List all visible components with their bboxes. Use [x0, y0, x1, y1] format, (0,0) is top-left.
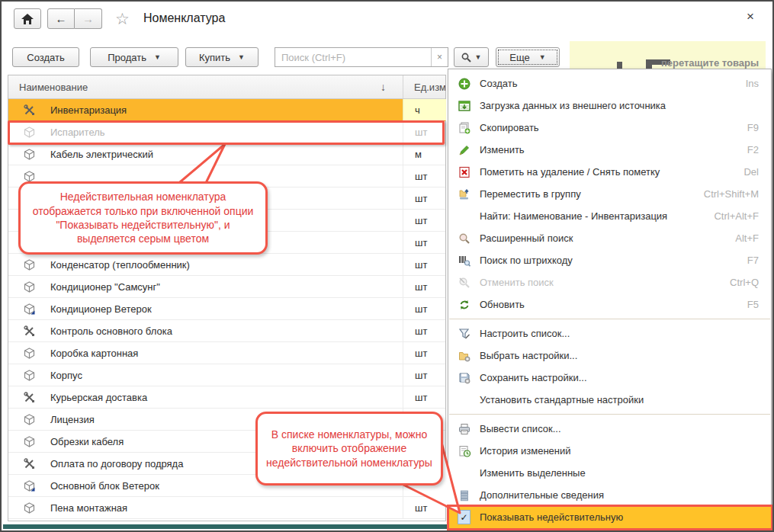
menu-item[interactable]: Установить стандартные настройки	[448, 389, 771, 411]
row-name: Лицензия	[50, 414, 95, 425]
callout-inactive-nomenclature: Недействительная номенклатура отображает…	[18, 181, 268, 255]
move-group-icon	[458, 187, 471, 200]
row-unit: шт	[403, 298, 446, 319]
menu-item[interactable]: История изменений	[448, 440, 771, 462]
menu-item-shortcut: Ctrl+Alt+F	[714, 210, 759, 222]
back-button[interactable]: ←	[47, 8, 75, 29]
row-unit-value: шт	[415, 237, 427, 248]
row-unit: шт	[403, 364, 446, 386]
menu-item[interactable]: Найти: Наименование - ИнвентаризацияCtrl…	[448, 205, 771, 227]
row-unit: шт	[403, 320, 446, 341]
sell-button[interactable]: Продать ▼	[90, 47, 178, 67]
delete-mark-icon	[458, 165, 471, 178]
search-input[interactable]	[275, 52, 431, 63]
row-unit-value: шт	[415, 171, 427, 182]
callout-text: Недействительная номенклатура отображает…	[28, 190, 258, 246]
forward-button[interactable]: →	[75, 8, 102, 29]
product-icon	[24, 370, 35, 381]
app-window: ← → ☆ Номенклатура × Создать Продать ▼ К…	[0, 0, 774, 532]
row-unit-value: м	[415, 149, 422, 160]
row-unit: ч	[403, 99, 446, 120]
service-icon	[24, 325, 35, 337]
menu-item-label: Загрузка данных из внешнего источника	[480, 100, 666, 111]
product-icon	[24, 281, 35, 293]
product-icon	[24, 502, 35, 514]
product-icon	[24, 171, 35, 182]
menu-item[interactable]: Дополнительные сведения	[448, 484, 771, 506]
row-unit: шт	[403, 386, 446, 408]
menu-item[interactable]: ОбновитьF5	[448, 293, 771, 316]
table-row[interactable]: Инвентаризацияч	[8, 99, 445, 121]
menu-item[interactable]: Настроить список...	[448, 322, 771, 345]
search-options-button[interactable]: ▼	[454, 47, 489, 67]
row-unit-value: шт	[415, 215, 427, 226]
table-row[interactable]: Кондиционер "Самсунг"шт	[8, 276, 445, 298]
table-row[interactable]: Конденсатор (теплообменник)шт	[8, 254, 445, 276]
table-row[interactable]: Корпусшт	[8, 364, 445, 386]
row-name: Пена монтажная	[50, 502, 127, 514]
drag-drop-zone[interactable]: перетащите товары	[570, 41, 766, 72]
menu-item[interactable]: СоздатьIns	[448, 72, 771, 95]
row-unit-value: шт	[415, 392, 427, 403]
table-row[interactable]: Пена монтажнаяшт	[8, 497, 445, 519]
menu-item[interactable]: Поиск по штрихкодуF7	[448, 249, 771, 271]
column-header-unit[interactable]: Ед.изм	[403, 75, 445, 98]
row-name: Кабель электрический	[50, 149, 153, 160]
checkbox-checked-icon: ✓	[458, 511, 471, 524]
row-unit-value: ч	[415, 104, 420, 116]
row-unit-value: шт	[415, 259, 427, 271]
menu-item[interactable]: Изменить выделенные	[448, 462, 771, 484]
row-name: Конденсатор (теплообменник)	[50, 259, 190, 271]
product-icon	[24, 259, 35, 271]
menu-item[interactable]: Пометить на удаление / Снять пометкуDel	[448, 161, 771, 183]
menu-item-label: Создать	[480, 78, 517, 89]
close-icon[interactable]: ×	[747, 9, 754, 24]
column-header-name[interactable]: Наименование ↓	[8, 75, 403, 98]
more-button[interactable]: Еще ▼	[496, 47, 560, 67]
menu-item-label: История изменений	[480, 445, 571, 457]
favorite-star-icon[interactable]: ☆	[115, 10, 130, 28]
home-icon	[21, 14, 34, 24]
home-button[interactable]	[14, 8, 41, 29]
table-row[interactable]: Курьерская доставкашт	[8, 386, 445, 409]
menu-item-label: Дополнительные сведения	[480, 489, 604, 501]
table-row[interactable]: Коробка картоннаяшт	[8, 342, 445, 364]
table-row[interactable]: Кондиционер Ветерокшт	[8, 298, 445, 320]
chevron-down-icon: ▼	[475, 53, 482, 61]
row-unit-value: шт	[415, 370, 427, 381]
search-clear-button[interactable]: ×	[431, 48, 448, 66]
product-icon	[24, 436, 35, 447]
menu-item[interactable]: ✓Показывать недействительную	[448, 506, 771, 528]
chevron-down-icon: ▼	[238, 53, 245, 61]
menu-item[interactable]: Сохранить настройки...	[448, 367, 771, 389]
refresh-icon	[458, 298, 471, 311]
dropzone-hint: перетащите товары	[661, 57, 759, 69]
menu-item-shortcut: Ctrl+Shift+M	[704, 188, 759, 200]
row-unit: шт	[403, 232, 446, 253]
buy-button[interactable]: Купить ▼	[185, 47, 259, 67]
table-row[interactable]: Кабель электрическийм	[8, 143, 445, 165]
buy-button-label: Купить	[199, 52, 230, 63]
table-row[interactable]: Контроль основного блокашт	[8, 320, 445, 342]
create-button-label: Создать	[27, 52, 64, 63]
menu-item[interactable]: СкопироватьF9	[448, 117, 771, 139]
menu-item-label: Скопировать	[480, 122, 539, 133]
row-unit: шт	[403, 276, 446, 297]
table-row[interactable]: Испарительшт	[8, 121, 445, 143]
row-unit: шт	[403, 165, 446, 187]
menu-item[interactable]: Расширенный поискAlt+F	[448, 227, 771, 249]
callout-show-inactive: В списке номенклатуры, можно включить от…	[255, 412, 443, 486]
menu-item-shortcut: Ins	[746, 78, 759, 89]
menu-item[interactable]: Загрузка данных из внешнего источника	[448, 95, 771, 117]
create-button[interactable]: Создать	[12, 47, 79, 67]
row-name: Основной блок Ветерок	[50, 480, 159, 492]
menu-item[interactable]: Выбрать настройки...	[448, 345, 771, 367]
menu-item-label: Пометить на удаление / Снять пометку	[480, 166, 660, 178]
menu-item[interactable]: ИзменитьF2	[448, 139, 771, 161]
menu-item-shortcut: Ctrl+Q	[730, 277, 759, 288]
configure-icon	[458, 327, 471, 340]
menu-item[interactable]: Вывести список...	[448, 418, 771, 440]
menu-item-label: Настроить список...	[480, 328, 570, 339]
menu-item[interactable]: Переместить в группуCtrl+Shift+M	[448, 183, 771, 205]
chevron-down-icon: ▼	[154, 53, 161, 61]
